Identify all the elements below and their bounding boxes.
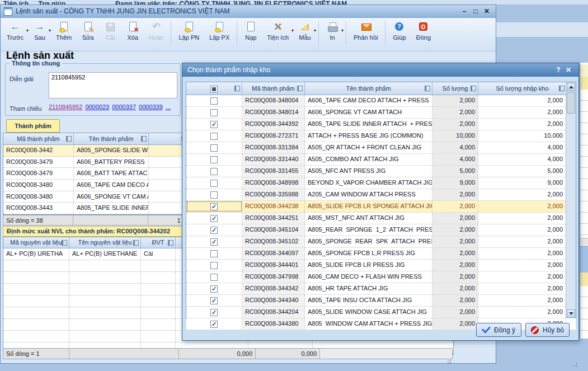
column-header-ten-thanh-pham[interactable]: Tên thành phẩm	[74, 133, 149, 144]
row-checkbox[interactable]	[210, 227, 218, 234]
dialog-scrollbar[interactable]	[566, 82, 576, 318]
maximize-button[interactable]: □	[470, 7, 481, 15]
dialog-row[interactable]: RC00Q008-345102A805_SPONGE REAR SPK ATTA…	[186, 236, 576, 248]
toolbar-button-help[interactable]: Giúp	[388, 20, 411, 42]
toolbar-button-create-px[interactable]: Lập PX	[204, 20, 234, 42]
dialog-row[interactable]: RC00Q008-347998A606_CAM DECO + FLASH WIN…	[186, 271, 576, 283]
resize-grip[interactable]	[445, 358, 451, 363]
menu-item-tien-ich[interactable]: Tiện ích	[3, 0, 29, 4]
column-header-ten-thanh-pham[interactable]: Tên thành phẩm	[305, 82, 432, 95]
row-checkbox[interactable]	[210, 144, 218, 152]
dialog-row[interactable]: RC00Q008-344204A805_SLIDE WINDOW CASE AT…	[186, 307, 576, 318]
pin-icon[interactable]	[133, 240, 139, 246]
pin-icon[interactable]	[297, 86, 303, 91]
row-checkbox[interactable]	[210, 97, 218, 105]
row-checkbox[interactable]	[210, 309, 218, 316]
scroll-down-button[interactable]	[567, 309, 575, 318]
minimize-button[interactable]: –	[459, 7, 470, 15]
scroll-up-button[interactable]	[567, 83, 575, 91]
reference-link[interactable]: 0000339	[139, 104, 163, 110]
row-checkbox[interactable]	[210, 203, 218, 210]
reference-link[interactable]: 2110845952	[49, 104, 82, 110]
dialog-row[interactable]: RC00Q008-344340A805_TAPE INSU OCTA ATTAC…	[186, 295, 576, 307]
resize-grip[interactable]	[572, 361, 577, 367]
reference-link[interactable]: 0000023	[85, 104, 109, 110]
column-header-ma-thanh-pham[interactable]: Mã thành phẩm	[242, 82, 305, 95]
pin-icon[interactable]	[471, 86, 476, 91]
column-header-ma-nvl[interactable]: Mã nguyên vật liệu	[3, 237, 69, 248]
pin-icon[interactable]	[425, 86, 430, 91]
toolbar-button-delete[interactable]: Xóa	[121, 20, 144, 42]
row-checkbox[interactable]	[210, 180, 218, 187]
toolbar-button-next[interactable]: →▾Sau	[29, 20, 51, 42]
row-checkbox[interactable]	[210, 321, 218, 328]
dialog-help-button[interactable]: ?	[553, 66, 563, 74]
row-checkbox[interactable]	[210, 133, 218, 140]
window-titlebar[interactable]: Lệnh sản xuất - CÔNG TY TNHH JUNG JIN EL…	[1, 5, 496, 18]
ok-button[interactable]: Đồng ý	[476, 323, 521, 337]
toolbar-button-feedback[interactable]: Phản hồi	[349, 20, 383, 42]
dialog-row[interactable]: RC00Q008-348014A606_SPONGE VT CAM ATTACH…	[186, 107, 576, 119]
row-checkbox[interactable]	[210, 191, 218, 199]
row-checkbox[interactable]	[210, 121, 218, 128]
toolbar-button-print[interactable]: ▾In	[321, 20, 344, 42]
dialog-row[interactable]: RC00Q008-344251A805_MST_NFC ANT ATTACH J…	[186, 213, 576, 224]
name-cell: A805_SLIDE FPCB LR PRESS JIG	[305, 260, 432, 271]
column-header-dvt[interactable]: ĐVT	[141, 237, 176, 248]
dialog-row[interactable]: RC00Q008-335988A205_CAM WINDOW ATTACH PR…	[186, 189, 576, 201]
scrollbar-thumb[interactable]	[567, 92, 575, 114]
dialog-close-button[interactable]: ✕	[563, 66, 573, 74]
cancel-button[interactable]: Hủy bỏ	[525, 323, 570, 337]
dialog-row[interactable]: RC00Q008-348004A606_TAPE CAM DECO ATTACH…	[186, 95, 576, 107]
product-code-cell: RC00Q008-3479	[3, 157, 74, 168]
dialog-row[interactable]: RC00Q008-331440A505_COMBO ANT ATTACH JIG…	[186, 154, 576, 166]
dialog-row[interactable]: RC00Q008-344097A805_SPONGE FPCB L,R PRES…	[186, 248, 576, 260]
row-checkbox[interactable]	[210, 215, 218, 222]
pin-icon[interactable]	[66, 136, 72, 142]
reference-link[interactable]: 0000337	[112, 104, 136, 110]
row-checkbox[interactable]	[210, 262, 218, 269]
dialog-row[interactable]: RC00Q008-344238A805_SLIDE FPCB LR SPONGE…	[186, 201, 576, 213]
column-header-select[interactable]	[186, 82, 242, 95]
pin-icon[interactable]	[234, 86, 240, 91]
toolbar-button-prev[interactable]: ←▾Trước	[2, 20, 29, 42]
toolbar-button-load[interactable]: ↻Nạp	[239, 20, 262, 42]
pin-icon[interactable]	[559, 86, 565, 91]
reference-link[interactable]: ...	[166, 104, 171, 110]
toolbar-button-close[interactable]: Đóng	[411, 20, 436, 42]
dialog-row[interactable]: RC00Q008-344401A805_SLIDE FPCB LR PRESS …	[186, 260, 576, 271]
pin-icon[interactable]	[168, 240, 173, 246]
row-checkbox[interactable]	[210, 109, 218, 116]
row-checkbox[interactable]	[210, 274, 218, 281]
column-header-so-luong-nhap-kho[interactable]: Số lượng nhập kho	[478, 82, 566, 95]
dialog-row[interactable]: RC00Q008-344392A805_TAPE SLIDE INNER ATT…	[186, 119, 576, 130]
select-all-checkbox[interactable]	[210, 86, 218, 93]
close-button[interactable]: ✕	[481, 7, 492, 15]
column-header-so-luong[interactable]: Số lượng	[432, 82, 478, 95]
dialog-row[interactable]: RC00Q008-344342A805_HR TAPE ATTACH JIG2,…	[186, 283, 576, 295]
row-checkbox[interactable]	[210, 238, 218, 246]
dialog-row[interactable]: RC00Q008-331455A505_NFC ANT PRESS JIG5,0…	[186, 166, 576, 177]
dialog-row[interactable]: RC00Q008-345104A805_REAR SPONGE 1_2 ATTA…	[186, 224, 576, 236]
toolbar-button-add[interactable]: Thêm	[51, 20, 77, 42]
row-checkbox[interactable]	[210, 156, 218, 163]
products-tab[interactable]: Thành phẩm	[6, 119, 60, 133]
dialog-row[interactable]: RC00Q008-331384A505_QR ATTACH + FRONT CL…	[186, 142, 576, 154]
dialog-row[interactable]: RC00Q008-272371ATTACH + PRESS BASE JIG (…	[186, 130, 576, 142]
row-checkbox[interactable]	[210, 168, 218, 175]
pin-icon[interactable]	[141, 136, 147, 142]
toolbar-button-create-pn[interactable]: Lập PN	[173, 20, 204, 42]
row-checkbox[interactable]	[210, 297, 218, 304]
column-header-ma-thanh-pham[interactable]: Mã thành phẩm	[3, 133, 74, 144]
toolbar-button-edit[interactable]: Sửa	[77, 20, 99, 42]
column-header-ten-nvl[interactable]: Tên nguyên vật liệu	[69, 237, 141, 248]
dialog-row[interactable]: RC00Q008-348998BEYOND X_VAPOR CHAMBER AT…	[186, 177, 576, 189]
menu-item-tro-giup[interactable]: Trợ giúp	[38, 0, 65, 4]
toolbar-button-templates[interactable]: ▾Mẫu	[294, 20, 316, 42]
pin-icon[interactable]	[62, 240, 67, 246]
row-checkbox[interactable]	[210, 285, 218, 293]
toolbar-button-utilities[interactable]: ▾Tiện ích	[262, 20, 294, 42]
description-input[interactable]	[49, 72, 177, 98]
row-checkbox[interactable]	[210, 250, 218, 257]
dialog-titlebar[interactable]: Chọn thành phẩm nhập kho ? ✕	[182, 63, 578, 77]
